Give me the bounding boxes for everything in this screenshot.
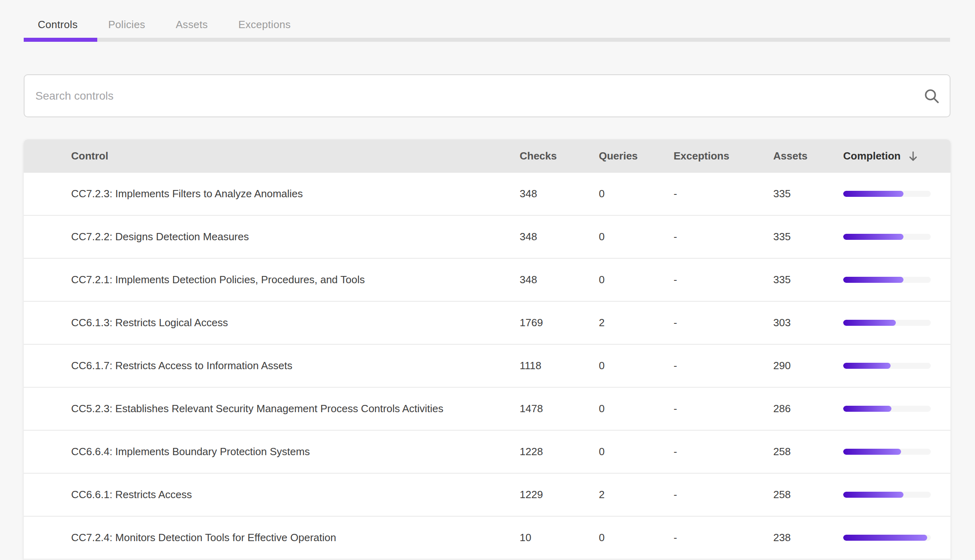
controls-table: Control Checks Queries Exceptions Assets…: [24, 139, 950, 560]
cell-exceptions: -: [674, 403, 773, 415]
completion-bar-fill: [843, 406, 891, 412]
cell-completion: [843, 535, 950, 541]
completion-bar-fill: [843, 234, 903, 240]
tab-assets[interactable]: Assets: [160, 18, 223, 31]
cell-assets: 258: [773, 488, 843, 501]
cell-exceptions: -: [674, 360, 773, 372]
cell-queries: 0: [599, 531, 674, 544]
cell-queries: 0: [599, 403, 674, 415]
cell-assets: 258: [773, 446, 843, 458]
cell-control: CC5.2.3: Establishes Relevant Security M…: [71, 403, 520, 415]
tab-exceptions[interactable]: Exceptions: [223, 18, 306, 31]
table-row[interactable]: CC7.2.4: Monitors Detection Tools for Ef…: [24, 517, 950, 560]
completion-bar-fill: [843, 320, 896, 326]
completion-bar-fill: [843, 449, 901, 455]
cell-completion: [843, 277, 950, 283]
completion-bar-fill: [843, 535, 927, 541]
cell-queries: 2: [599, 317, 674, 329]
cell-assets: 286: [773, 403, 843, 415]
cell-assets: 335: [773, 188, 843, 200]
cell-completion: [843, 406, 950, 412]
table-row[interactable]: CC7.2.3: Implements Filters to Analyze A…: [24, 173, 950, 216]
table-row[interactable]: CC7.2.2: Designs Detection Measures 348 …: [24, 216, 950, 259]
cell-checks: 348: [520, 188, 599, 200]
cell-checks: 348: [520, 231, 599, 243]
column-header-exceptions[interactable]: Exceptions: [674, 150, 773, 162]
cell-completion: [843, 234, 950, 240]
active-tab-indicator: [24, 38, 97, 42]
cell-completion: [843, 191, 950, 197]
tab-controls[interactable]: Controls: [23, 18, 93, 31]
cell-exceptions: -: [674, 231, 773, 243]
completion-bar-track: [843, 191, 931, 197]
cell-queries: 0: [599, 231, 674, 243]
completion-bar-track: [843, 449, 931, 455]
sort-desc-arrow-icon: [906, 149, 920, 163]
cell-assets: 290: [773, 360, 843, 372]
cell-exceptions: -: [674, 188, 773, 200]
cell-completion: [843, 492, 950, 498]
completion-bar-track: [843, 320, 931, 326]
cell-queries: 0: [599, 274, 674, 286]
table-row[interactable]: CC7.2.1: Implements Detection Policies, …: [24, 259, 950, 302]
cell-checks: 348: [520, 274, 599, 286]
completion-bar-track: [843, 234, 931, 240]
column-header-completion[interactable]: Completion: [843, 149, 950, 163]
table-row[interactable]: CC6.6.4: Implements Boundary Protection …: [24, 431, 950, 474]
cell-exceptions: -: [674, 317, 773, 329]
completion-bar-track: [843, 406, 931, 412]
tab-track: [24, 38, 950, 42]
table-row[interactable]: CC6.6.1: Restricts Access 1229 2 - 258: [24, 474, 950, 517]
cell-control: CC6.6.4: Implements Boundary Protection …: [71, 446, 520, 458]
cell-checks: 1229: [520, 488, 599, 501]
column-header-checks[interactable]: Checks: [520, 150, 599, 162]
completion-bar-fill: [843, 492, 903, 498]
cell-checks: 1769: [520, 317, 599, 329]
completion-header-label: Completion: [843, 150, 901, 162]
cell-control: CC7.2.3: Implements Filters to Analyze A…: [71, 188, 520, 200]
cell-completion: [843, 449, 950, 455]
cell-queries: 0: [599, 188, 674, 200]
cell-checks: 10: [520, 531, 599, 544]
search-input[interactable]: [25, 75, 920, 116]
cell-queries: 0: [599, 360, 674, 372]
cell-checks: 1118: [520, 360, 599, 372]
completion-bar-track: [843, 277, 931, 283]
table-row[interactable]: CC5.2.3: Establishes Relevant Security M…: [24, 388, 950, 431]
completion-bar-track: [843, 492, 931, 498]
cell-control: CC6.6.1: Restricts Access: [71, 488, 520, 501]
cell-exceptions: -: [674, 488, 773, 501]
tab-policies[interactable]: Policies: [93, 18, 160, 31]
completion-bar-track: [843, 535, 931, 541]
search-box: [24, 74, 950, 117]
cell-control: CC6.1.3: Restricts Logical Access: [71, 317, 520, 329]
cell-assets: 335: [773, 274, 843, 286]
table-header-row: Control Checks Queries Exceptions Assets…: [24, 139, 950, 173]
cell-queries: 2: [599, 488, 674, 501]
completion-bar-track: [843, 363, 931, 369]
table-row[interactable]: CC6.1.7: Restricts Access to Information…: [24, 345, 950, 388]
cell-checks: 1478: [520, 403, 599, 415]
cell-queries: 0: [599, 446, 674, 458]
cell-assets: 303: [773, 317, 843, 329]
cell-control: CC7.2.4: Monitors Detection Tools for Ef…: [71, 531, 520, 544]
column-header-assets[interactable]: Assets: [773, 150, 843, 162]
cell-completion: [843, 363, 950, 369]
table-body: CC7.2.3: Implements Filters to Analyze A…: [24, 173, 950, 560]
completion-bar-fill: [843, 363, 891, 369]
column-header-control[interactable]: Control: [71, 150, 520, 162]
tab-bar: Controls Policies Assets Exceptions: [23, 11, 306, 38]
cell-control: CC7.2.1: Implements Detection Policies, …: [71, 274, 520, 286]
cell-completion: [843, 320, 950, 326]
cell-exceptions: -: [674, 531, 773, 544]
cell-checks: 1228: [520, 446, 599, 458]
cell-control: CC7.2.2: Designs Detection Measures: [71, 231, 520, 243]
cell-assets: 335: [773, 231, 843, 243]
column-header-queries[interactable]: Queries: [599, 150, 674, 162]
table-row[interactable]: CC6.1.3: Restricts Logical Access 1769 2…: [24, 302, 950, 345]
cell-exceptions: -: [674, 274, 773, 286]
completion-bar-fill: [843, 191, 903, 197]
cell-control: CC6.1.7: Restricts Access to Information…: [71, 360, 520, 372]
search-icon[interactable]: [922, 87, 941, 105]
cell-exceptions: -: [674, 446, 773, 458]
